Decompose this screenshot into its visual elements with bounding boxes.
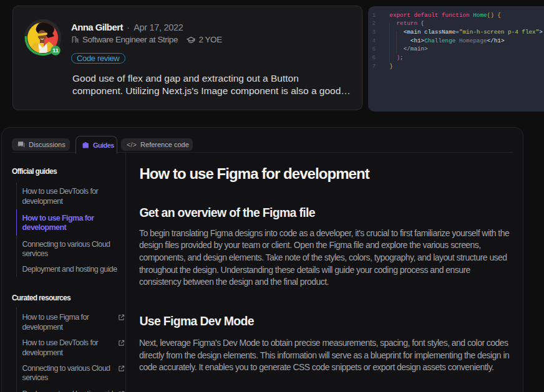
svg-text:11: 11 [52, 47, 59, 54]
